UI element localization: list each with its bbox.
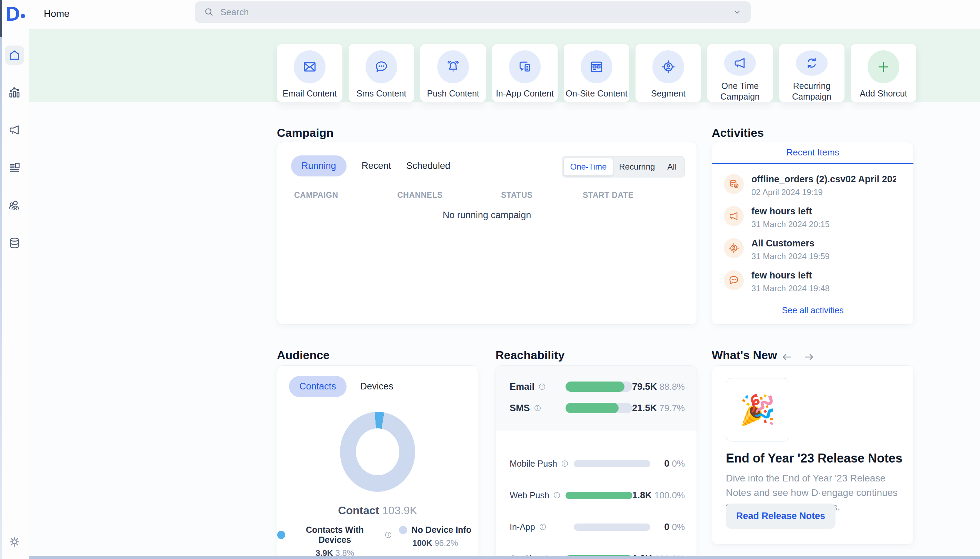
- activities-list: offline_orders (2).csv02 April 2024 19:.…: [712, 164, 914, 293]
- shortcut-label: Sms Content: [356, 88, 407, 99]
- onsite-icon: [581, 50, 612, 83]
- sidebar: [0, 28, 29, 559]
- vertical-scrollbar[interactable]: [0, 0, 2, 559]
- info-icon[interactable]: [533, 404, 542, 412]
- gear-icon: [8, 535, 21, 548]
- whats-new-card[interactable]: 🎉 End of Year '23 Release Notes Dive int…: [712, 366, 914, 544]
- search-input[interactable]: [220, 7, 727, 18]
- shortcut-label: On-Site Content: [566, 88, 627, 99]
- shortcut-one-time-campaign[interactable]: One Time Campaign: [707, 44, 773, 102]
- audience-icon: [8, 198, 22, 212]
- see-all-activities-link[interactable]: See all activities: [712, 305, 914, 315]
- legend-no-device-info: No Device Info 100K 96.2%: [392, 525, 478, 558]
- activity-item[interactable]: few hours left 31 March 2024 20:15: [724, 206, 902, 229]
- main-content: Email Content Sms Content Push Content I…: [29, 28, 980, 559]
- activity-title: few hours left: [752, 206, 829, 217]
- info-icon[interactable]: [539, 523, 547, 531]
- sidebar-item-data[interactable]: [5, 233, 24, 253]
- in-app-reach-bar: [574, 524, 651, 531]
- activity-item[interactable]: few hours left 31 March 2024 19:48: [724, 270, 902, 293]
- recurring-icon: [796, 50, 828, 76]
- tab-recent[interactable]: Recent: [362, 160, 391, 171]
- vertical-scrollbar-thumb[interactable]: [0, 0, 2, 37]
- reachability-section-title: Reachability: [495, 349, 564, 362]
- sidebar-item-settings[interactable]: [5, 532, 24, 551]
- shortcut-onsite-content[interactable]: On-Site Content: [564, 44, 629, 102]
- audience-donut-chart: [340, 412, 415, 492]
- info-icon[interactable]: [538, 382, 546, 391]
- whats-new-nav: [781, 351, 815, 363]
- sidebar-item-analytics[interactable]: [5, 83, 24, 102]
- shortcut-sms-content[interactable]: Sms Content: [349, 44, 414, 102]
- megaphone-icon: [724, 50, 756, 76]
- shortcut-label: One Time Campaign: [707, 81, 773, 103]
- read-release-notes-button[interactable]: Read Release Notes: [726, 503, 836, 529]
- shortcut-email-content[interactable]: Email Content: [277, 44, 343, 102]
- campaign-section-title: Campaign: [277, 126, 333, 140]
- info-icon[interactable]: [561, 460, 569, 468]
- shortcut-cards: Email Content Sms Content Push Content I…: [277, 44, 916, 102]
- shortcut-add-shortcut[interactable]: Add Shorcut: [851, 44, 916, 102]
- horizontal-scrollbar[interactable]: [29, 556, 980, 559]
- toggle-all[interactable]: All: [661, 158, 683, 175]
- activity-timestamp: 31 March 2024 20:15: [752, 220, 829, 229]
- tab-running[interactable]: Running: [291, 155, 346, 177]
- activity-timestamp: 31 March 2024 19:48: [752, 284, 829, 293]
- inapp-icon: [509, 50, 541, 83]
- channel-row-web-push: Web Push 1.8K 100.0%: [510, 480, 685, 511]
- legend-contacts-with-devices: Contacts With Devices 3.9K 3.8%: [277, 525, 392, 558]
- search-bar[interactable]: [195, 2, 751, 23]
- release-notes-thumbnail: 🎉: [726, 378, 789, 442]
- activity-item[interactable]: offline_orders (2).csv02 April 2024 19:.…: [724, 174, 902, 197]
- activity-title: All Customers: [752, 238, 829, 249]
- activity-item[interactable]: All Customers 31 March 2024 19:59: [724, 238, 902, 261]
- sidebar-item-home[interactable]: [5, 45, 24, 65]
- sms-reach-bar: [566, 403, 632, 413]
- tab-contacts[interactable]: Contacts: [289, 376, 346, 397]
- arrow-right-icon[interactable]: [803, 351, 815, 363]
- audience-legend: Contacts With Devices 3.9K 3.8% No Devic…: [277, 525, 478, 558]
- sms-icon: [366, 50, 397, 83]
- chat-icon: [724, 270, 744, 290]
- arrow-left-icon[interactable]: [781, 351, 793, 363]
- shortcut-label: Segment: [651, 88, 685, 99]
- shortcut-label: Email Content: [282, 88, 336, 99]
- tab-devices[interactable]: Devices: [360, 381, 394, 392]
- dengage-logo-icon[interactable]: D: [5, 2, 30, 25]
- segment-icon: [724, 238, 744, 258]
- email-icon: [294, 50, 326, 83]
- toggle-recurring[interactable]: Recurring: [613, 158, 661, 175]
- tab-scheduled[interactable]: Scheduled: [406, 160, 450, 171]
- activities-card: Recent Items offline_orders (2).csv02 Ap…: [712, 142, 914, 325]
- toggle-one-time[interactable]: One-Time: [564, 158, 613, 175]
- shortcut-push-content[interactable]: Push Content: [420, 44, 486, 102]
- tab-recent-items[interactable]: Recent Items: [712, 142, 914, 164]
- sidebar-item-campaigns[interactable]: [5, 120, 24, 140]
- reachability-primary-panel: Email 79.5K 88.8% SMS 21.5K 79.7%: [496, 366, 697, 431]
- shortcut-recurring-campaign[interactable]: Recurring Campaign: [779, 44, 844, 102]
- audience-card: Contacts Devices Contact 103.9K Contacts…: [277, 366, 478, 559]
- push-bell-icon: [437, 50, 469, 83]
- topbar: D Home: [0, 0, 980, 28]
- empty-campaign-message: No running campaign: [277, 210, 697, 221]
- party-popper-icon: 🎉: [740, 393, 776, 427]
- shortcut-label: In-App Content: [496, 88, 554, 99]
- segment-icon: [652, 50, 684, 83]
- channel-row-in-app: In-App 0 0%: [510, 511, 685, 543]
- whats-new-section-title: What's New: [712, 349, 777, 362]
- shortcut-inapp-content[interactable]: In-App Content: [492, 44, 558, 102]
- legend-dot: [399, 526, 407, 534]
- info-icon[interactable]: [553, 491, 561, 499]
- sidebar-item-content[interactable]: [5, 158, 24, 177]
- column-campaign: CAMPAIGN: [294, 190, 338, 200]
- page-title: Home: [44, 8, 70, 19]
- info-icon[interactable]: [384, 531, 392, 539]
- activities-section-title: Activities: [712, 126, 764, 140]
- campaign-period-toggle: One-Time Recurring All: [562, 156, 685, 177]
- reachability-secondary-panel: Mobile Push 0 0% Web Push 1.8K 100.0%: [496, 439, 697, 559]
- audience-section-title: Audience: [277, 349, 329, 362]
- sidebar-item-audience[interactable]: [5, 195, 24, 215]
- shortcut-segment[interactable]: Segment: [636, 44, 701, 102]
- chevron-down-icon[interactable]: [733, 8, 742, 17]
- channel-row-sms: SMS 21.5K 79.7%: [510, 397, 685, 419]
